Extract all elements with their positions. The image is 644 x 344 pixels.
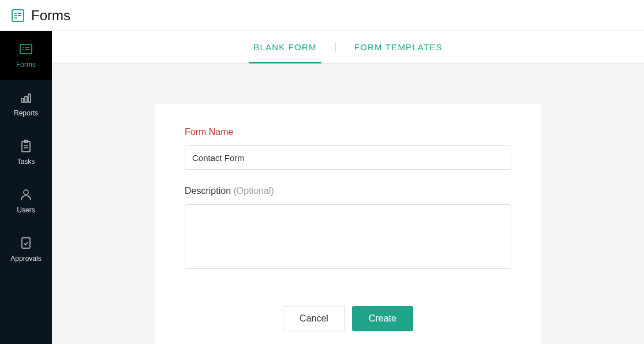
form-name-input[interactable] xyxy=(185,145,511,170)
description-group: Description (Optional) xyxy=(185,186,511,271)
button-row: Cancel Create xyxy=(185,306,511,331)
svg-rect-12 xyxy=(25,96,27,102)
sidebar-item-users[interactable]: Users xyxy=(0,177,52,225)
form-name-group: Form Name xyxy=(185,127,511,170)
create-form-card: Form Name Description (Optional) Cancel … xyxy=(155,104,541,344)
sidebar-item-label: Forms xyxy=(16,61,36,69)
user-icon xyxy=(19,188,33,201)
sidebar-item-label: Approvals xyxy=(10,255,41,263)
description-optional-text: (Optional) xyxy=(233,186,274,196)
sidebar-item-reports[interactable]: Reports xyxy=(0,80,52,128)
svg-point-18 xyxy=(24,190,28,195)
svg-rect-13 xyxy=(28,94,31,102)
sidebar-item-label: Tasks xyxy=(17,158,35,166)
svg-rect-11 xyxy=(21,99,24,102)
main-content: BLANK FORM FORM TEMPLATES Form Name Desc… xyxy=(52,31,644,344)
svg-rect-6 xyxy=(20,44,32,54)
clipboard-icon xyxy=(19,139,33,153)
sidebar: Forms Reports Tasks xyxy=(0,31,52,344)
create-button[interactable]: Create xyxy=(352,306,413,331)
forms-logo-icon xyxy=(10,8,25,23)
tab-form-templates[interactable]: FORM TEMPLATES xyxy=(336,31,461,63)
sidebar-item-approvals[interactable]: Approvals xyxy=(0,225,52,274)
description-input[interactable] xyxy=(185,204,511,269)
description-label-text: Description xyxy=(185,186,233,196)
sidebar-item-label: Users xyxy=(17,206,35,214)
form-name-label: Form Name xyxy=(185,127,511,137)
app-header: Forms xyxy=(0,0,644,31)
form-icon xyxy=(19,42,33,56)
check-document-icon xyxy=(19,236,33,250)
tab-blank-form[interactable]: BLANK FORM xyxy=(235,31,335,63)
tab-bar: BLANK FORM FORM TEMPLATES xyxy=(52,31,644,63)
tab-label: FORM TEMPLATES xyxy=(354,42,443,52)
cancel-button[interactable]: Cancel xyxy=(283,306,345,331)
content-area: Form Name Description (Optional) Cancel … xyxy=(52,63,644,344)
svg-rect-19 xyxy=(22,238,30,248)
tab-label: BLANK FORM xyxy=(253,42,317,52)
sidebar-item-label: Reports xyxy=(14,109,38,117)
sidebar-item-tasks[interactable]: Tasks xyxy=(0,128,52,177)
app-title: Forms xyxy=(31,8,70,24)
chart-icon xyxy=(19,91,33,104)
sidebar-item-forms[interactable]: Forms xyxy=(0,31,52,80)
description-label: Description (Optional) xyxy=(185,186,511,196)
